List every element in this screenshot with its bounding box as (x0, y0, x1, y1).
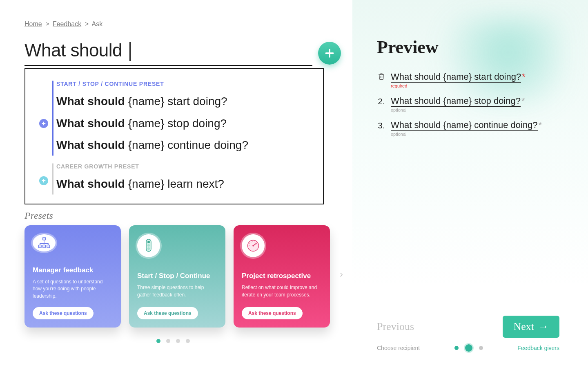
suggest-group-ssc: START / STOP / CONTINUE PRESET What shou… (35, 81, 313, 156)
preview-note: optional (391, 132, 542, 137)
carousel-next-button[interactable] (338, 270, 345, 281)
preset-card-manager[interactable]: Manager feedback A set of questions to u… (24, 225, 121, 328)
delete-item-button[interactable] (377, 72, 386, 81)
suggest-group-career: CAREER GROWTH PRESET What should {name} … (35, 163, 313, 195)
preview-item-number: 3. (377, 120, 386, 130)
svg-point-13 (147, 247, 150, 250)
carousel-dot-4[interactable] (186, 339, 190, 343)
suggestions-dropdown: START / STOP / CONTINUE PRESET What shou… (24, 68, 324, 204)
org-chart-icon (33, 234, 56, 251)
card-title: Project retrospective (242, 272, 322, 280)
preview-item-text[interactable]: What should {name} continue doing? (391, 120, 538, 131)
breadcrumb-feedback[interactable]: Feedback (53, 20, 81, 27)
question-input[interactable]: What should (24, 40, 131, 60)
optional-marker: * (521, 96, 525, 106)
suggest-row-stop[interactable]: What should {name} stop doing? (35, 112, 313, 134)
carousel-dot-2[interactable] (166, 339, 170, 343)
main-content: Home > Feedback > Ask What should START … (0, 0, 352, 368)
progress-dot-3[interactable] (479, 346, 483, 350)
plus-icon (41, 121, 46, 126)
preview-item-text[interactable]: What should {name} stop doing? (391, 96, 521, 107)
svg-rect-9 (47, 245, 50, 248)
preset-card-ssc[interactable]: Start / Stop / Continue Three simple que… (129, 225, 225, 328)
card-desc: A set of questions to understand how you… (33, 278, 113, 300)
preview-list: What should {name} start doing?* require… (377, 72, 559, 137)
add-question-button[interactable] (318, 42, 341, 65)
progress-dots (454, 344, 483, 352)
previous-button[interactable]: Previous (377, 321, 414, 333)
preview-item-number: 2. (377, 96, 386, 106)
suggest-row-start[interactable]: What should {name} start doing? (35, 90, 313, 112)
plus-icon (323, 47, 336, 59)
card-title: Start / Stop / Continue (137, 272, 217, 280)
traffic-light-icon (137, 234, 160, 257)
preview-item-3: 3. What should {name} continue doing?* o… (377, 120, 559, 137)
preview-item-1: What should {name} start doing?* require… (377, 72, 559, 88)
card-title: Manager feedback (33, 266, 113, 274)
presets-heading: Presets (24, 210, 341, 221)
add-group-career-button[interactable] (39, 176, 48, 185)
ask-questions-button[interactable]: Ask these questions (137, 307, 198, 319)
preview-title: Preview (377, 37, 559, 58)
svg-rect-8 (43, 245, 46, 248)
group-label-ssc: START / STOP / CONTINUE PRESET (56, 81, 313, 87)
carousel-dot-1[interactable] (156, 339, 160, 343)
ask-questions-button[interactable]: Ask these questions (33, 307, 94, 319)
preview-note: required (391, 83, 526, 88)
optional-marker: * (539, 120, 542, 130)
arrow-right-icon: → (538, 321, 549, 333)
breadcrumb-home[interactable]: Home (24, 20, 42, 27)
previous-step-label: Choose recipient (377, 345, 420, 351)
question-input-wrapper[interactable]: What should (24, 40, 312, 66)
preview-pane: Preview What should {name} start doing?*… (352, 0, 588, 368)
suggest-row-continue[interactable]: What should {name} continue doing? (35, 134, 313, 156)
svg-point-12 (147, 244, 150, 247)
ask-questions-button[interactable]: Ask these questions (242, 307, 303, 319)
carousel-dot-3[interactable] (176, 339, 180, 343)
progress-dot-2[interactable] (465, 344, 472, 352)
svg-rect-6 (43, 237, 46, 240)
chevron-right-icon (338, 271, 345, 278)
group-label-career: CAREER GROWTH PRESET (56, 163, 313, 170)
preset-cards-row: Manager feedback A set of questions to u… (24, 225, 340, 328)
preview-item-text[interactable]: What should {name} start doing? (391, 72, 521, 83)
preview-note: optional (391, 108, 525, 112)
breadcrumb: Home > Feedback > Ask (24, 20, 341, 28)
card-desc: Three simple questions to help gather fe… (137, 284, 217, 300)
plus-icon (41, 178, 46, 183)
svg-point-15 (252, 245, 254, 247)
svg-point-11 (147, 241, 150, 243)
gauge-icon (242, 234, 265, 257)
suggest-row-learn[interactable]: What should {name} learn next? (35, 173, 313, 195)
progress-dot-1[interactable] (454, 346, 459, 350)
required-marker: * (522, 72, 526, 82)
carousel-dots (24, 339, 341, 343)
preset-card-retro[interactable]: Project retrospective Reflect on what co… (234, 225, 330, 328)
svg-rect-7 (38, 245, 41, 248)
trash-icon (378, 72, 385, 81)
preview-footer: Previous Next → Choose recipient Feedbac… (377, 316, 559, 352)
breadcrumb-current: Ask (92, 20, 103, 27)
card-desc: Reflect on what could improve and iterat… (242, 284, 322, 300)
next-button[interactable]: Next → (503, 316, 559, 338)
next-step-label: Feedback givers (517, 345, 559, 351)
preview-item-2: 2. What should {name} stop doing?* optio… (377, 96, 559, 112)
